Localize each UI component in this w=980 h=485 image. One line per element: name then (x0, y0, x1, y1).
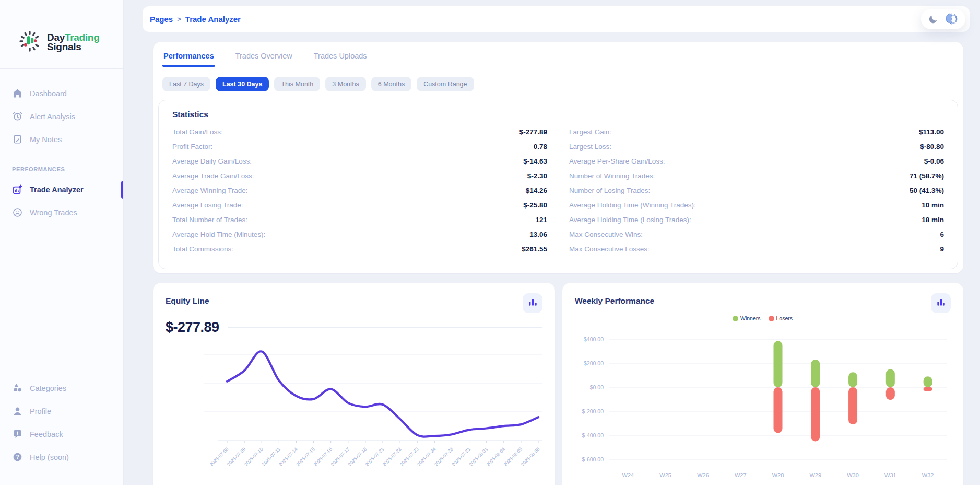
brand-logo: DayTrading Signals (0, 0, 123, 69)
svg-text:$-600.00: $-600.00 (582, 456, 604, 463)
legend-label: Losers (776, 315, 793, 321)
sad-face-icon (12, 207, 23, 218)
svg-text:W31: W31 (884, 472, 896, 478)
date-range-filters: Last 7 DaysLast 30 DaysThis Month3 Month… (158, 77, 958, 91)
breadcrumb-root[interactable]: Pages (150, 15, 173, 24)
weekly-performance-title: Weekly Performance (575, 293, 654, 306)
sidebar-item-wrong-trades[interactable]: Wrong Trades (0, 203, 123, 222)
legend-losers: Losers (769, 315, 793, 321)
filter-last-7-days[interactable]: Last 7 Days (162, 77, 210, 91)
statistics-title: Statistics (172, 110, 944, 119)
stat-value: 13.06 (529, 230, 547, 238)
stat-value: $-0.06 (924, 157, 944, 165)
sidebar-item-label: Categories (30, 384, 66, 392)
stat-value: 50 (41.3%) (910, 187, 944, 194)
stat-row-max-consecutive-losses: Max Consecutive Losses:9 (569, 241, 944, 256)
stat-row-max-consecutive-wins: Max Consecutive Wins:6 (569, 227, 944, 241)
tab-performances[interactable]: Performances (162, 50, 215, 67)
user-icon (12, 406, 23, 417)
equity-line-chart: 2025-07-082025-07-092025-07-102025-07-11… (166, 338, 542, 478)
stat-row-largest-loss: Largest Loss:$-80.80 (569, 139, 944, 154)
stat-row-average-hold-time-minutes: Average Hold Time (Minutes):13.06 (172, 227, 547, 241)
topbar: Pages > Trade Analyzer (143, 6, 970, 32)
stat-value: 71 (58.7%) (910, 172, 944, 180)
stat-row-number-of-winning-trades: Number of Winning Trades:71 (58.7%) (569, 168, 944, 183)
svg-text:W25: W25 (659, 472, 671, 478)
svg-text:$400.00: $400.00 (584, 336, 604, 342)
equity-total-value: $-277.89 (166, 319, 219, 336)
filter-this-month[interactable]: This Month (274, 77, 320, 91)
filter-custom-range[interactable]: Custom Range (417, 77, 474, 91)
tabs-row: PerformancesTrades OverviewTrades Upload… (158, 50, 958, 67)
stat-label: Average Trade Gain/Loss: (172, 172, 254, 180)
sidebar-item-feedback[interactable]: Feedback (0, 424, 123, 444)
equity-line-title: Equity Line (166, 293, 209, 306)
legend-swatch-icon (769, 316, 774, 321)
sidebar-nav-bottom: CategoriesProfileFeedback?Help (soon) (0, 378, 123, 470)
equity-chart-options-button[interactable] (523, 293, 542, 313)
svg-text:W28: W28 (772, 472, 784, 478)
sidebar-item-dashboard[interactable]: Dashboard (0, 84, 123, 103)
legend-swatch-icon (733, 316, 738, 321)
stat-value: $-80.80 (920, 143, 944, 151)
stat-row-average-daily-gain-loss: Average Daily Gain/Loss:$-14.63 (172, 154, 547, 168)
stat-row-largest-gain: Largest Gain:$113.00 (569, 124, 944, 139)
breadcrumb-current[interactable]: Trade Analyzer (185, 15, 241, 24)
svg-text:W24: W24 (622, 472, 634, 478)
breadcrumb-separator: > (177, 15, 181, 23)
theme-toggle-pill[interactable] (921, 9, 965, 29)
stat-row-total-gain-loss: Total Gain/Loss:$-277.89 (172, 124, 547, 139)
stat-row-total-number-of-trades: Total Number of Trades:121 (172, 212, 547, 227)
stat-label: Average Per-Share Gain/Loss: (569, 157, 665, 165)
statistics-grid: Total Gain/Loss:$-277.89Profit Factor:0.… (172, 124, 944, 256)
svg-text:W27: W27 (735, 472, 747, 478)
equity-gridline-top (228, 327, 542, 328)
svg-text:2025-08-06: 2025-08-06 (520, 446, 541, 467)
svg-text:2025-07-10: 2025-07-10 (243, 446, 264, 467)
sidebar-item-label: Trade Analyzer (30, 186, 84, 194)
stat-value: $-2.30 (527, 172, 547, 180)
breadcrumb: Pages > Trade Analyzer (150, 15, 241, 24)
moon-icon[interactable] (928, 14, 938, 25)
sidebar-item-profile[interactable]: Profile (0, 401, 123, 421)
tab-trades-uploads[interactable]: Trades Uploads (313, 50, 368, 67)
feedback-icon (12, 429, 23, 440)
filter-last-30-days[interactable]: Last 30 Days (216, 77, 269, 91)
active-indicator (121, 181, 123, 199)
weekly-performance-card: Weekly Performance WinnersLosers $400.00… (562, 283, 963, 485)
svg-text:?: ? (16, 454, 19, 460)
stat-row-average-trade-gain-loss: Average Trade Gain/Loss:$-2.30 (172, 168, 547, 183)
weekly-performance-chart: $400.00$200.00$0.00$-200.00$-400.00$-600… (575, 328, 949, 485)
notes-icon (12, 134, 23, 145)
sidebar-item-trade-analyzer[interactable]: Trade Analyzer (0, 180, 123, 199)
help-icon: ? (12, 452, 23, 463)
sidebar-item-categories[interactable]: Categories (0, 378, 123, 398)
svg-text:W30: W30 (847, 472, 859, 478)
svg-text:$0.00: $0.00 (590, 384, 604, 390)
stat-value: 18 min (922, 216, 944, 224)
legend-label: Winners (740, 315, 761, 321)
stat-label: Max Consecutive Wins: (569, 230, 643, 238)
weekly-legend: WinnersLosers (575, 315, 951, 321)
stat-label: Largest Gain: (569, 128, 611, 136)
sidebar-item-alert-analysis[interactable]: Alert Analysis (0, 107, 123, 126)
stat-row-average-winning-trade: Average Winning Trade:$14.26 (172, 183, 547, 198)
weekly-chart-options-button[interactable] (931, 293, 951, 313)
shapes-icon (12, 383, 23, 394)
stat-value: $261.55 (522, 245, 547, 253)
svg-text:W29: W29 (809, 472, 821, 478)
brain-ai-icon[interactable] (944, 12, 959, 26)
stat-row-average-holding-time-winning-trades: Average Holding Time (Winning Trades):10… (569, 198, 944, 212)
stat-row-profit-factor: Profit Factor:0.78 (172, 139, 547, 154)
statistics-card: Statistics Total Gain/Loss:$-277.89Profi… (158, 100, 958, 269)
stat-label: Average Daily Gain/Loss: (172, 157, 252, 165)
sidebar-item-help-soon[interactable]: ?Help (soon) (0, 447, 123, 467)
filter-3-months[interactable]: 3 Months (325, 77, 365, 91)
filter-6-months[interactable]: 6 Months (371, 77, 411, 91)
stat-label: Number of Losing Trades: (569, 187, 650, 194)
sidebar-item-label: Wrong Trades (30, 209, 77, 217)
bar-chart-icon (935, 296, 947, 310)
sidebar-item-my-notes[interactable]: My Notes (0, 130, 123, 149)
sidebar-section-performances: PERFORMANCES (0, 153, 123, 180)
tab-trades-overview[interactable]: Trades Overview (234, 50, 293, 67)
